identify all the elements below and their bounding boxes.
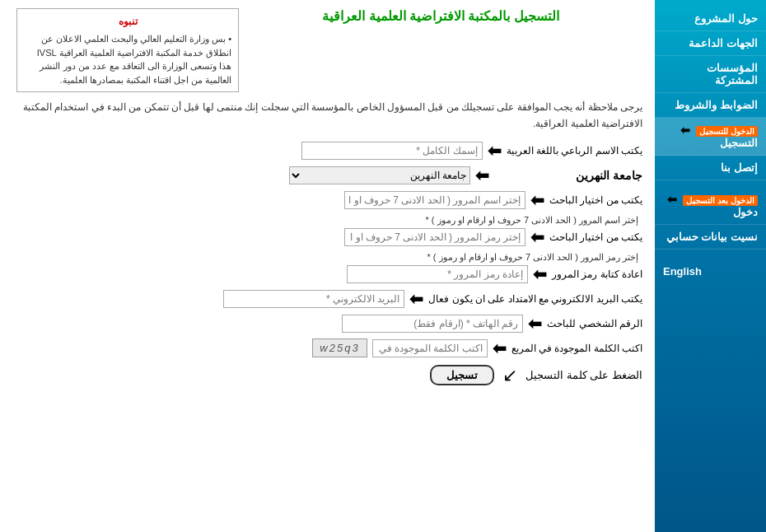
sidebar-label: التسجيل: [720, 137, 758, 149]
sidebar-label: الجهات الداعمة: [689, 37, 758, 49]
login-badge: الدخول بعد التسجيل: [683, 195, 758, 206]
notice-text: • بس وزارة التعليم العالي والبحث العلمي …: [24, 32, 231, 86]
confirm-password-row: اعادة كتابة رمز المرور ⬅: [8, 264, 642, 284]
full-name-input[interactable]: [301, 142, 483, 160]
phone-label: الرقم الشخصي للباحث: [547, 318, 642, 329]
sidebar: حول المشروع الجهات الداعمة المؤسسات المش…: [655, 0, 766, 532]
sidebar-item-register[interactable]: الدخول للتسجيل ⬅ التسجيل: [655, 118, 766, 156]
full-name-row: يكتب الاسم الرباعي باللغة العربية ⬅: [8, 141, 642, 161]
sidebar-label: الضوابط والشروط: [675, 99, 758, 111]
captcha-label: اكتب الكلمة الموجودة في المربع: [511, 343, 642, 354]
register-badge: الدخول للتسجيل: [696, 126, 758, 137]
confirm-password-input[interactable]: [347, 265, 528, 283]
sidebar-item-supporting-bodies[interactable]: الجهات الداعمة: [655, 31, 766, 56]
main-content: تنبوه • بس وزارة التعليم العالي والبحث ا…: [0, 0, 655, 532]
sidebar-item-login[interactable]: الدخول بعد التسجيل ⬅ دخول: [655, 187, 766, 225]
sidebar-item-partner-orgs[interactable]: المؤسسات المشتركة: [655, 56, 766, 93]
captcha-row: اكتب الكلمة الموجودة في المربع ⬅ w25q3: [8, 338, 642, 358]
sidebar-item-rules[interactable]: الضوابط والشروط: [655, 93, 766, 118]
confirm-password-arrow-icon: ⬅: [533, 264, 547, 284]
captcha-arrow-icon: ⬅: [493, 338, 507, 358]
password-input[interactable]: [344, 228, 525, 246]
username-input[interactable]: [344, 191, 525, 209]
captcha-image: w25q3: [312, 338, 367, 357]
email-input[interactable]: [223, 290, 404, 308]
institution-row: جامعة النهرين ⬅ -------- جامعة النهرين ج…: [8, 166, 642, 185]
sidebar-label: المؤسسات المشتركة: [707, 62, 758, 86]
password-arrow-icon: ⬅: [530, 227, 544, 247]
submit-circle-icon: ↙: [502, 365, 517, 386]
phone-arrow-icon: ⬅: [528, 314, 542, 334]
sidebar-item-english[interactable]: English: [655, 259, 766, 283]
institution-select[interactable]: -------- جامعة النهرين جامعة بغداد جامعة…: [289, 166, 470, 184]
institution-arrow-icon: ⬅: [475, 166, 489, 185]
full-name-label: يكتب الاسم الرباعي باللغة العربية: [507, 145, 642, 156]
username-field-label: إختر اسم المرور ( الحد الادنى 7 حروف او …: [8, 215, 642, 226]
english-label: English: [663, 265, 702, 278]
password-label: يكتب من اختيار الباحث: [549, 231, 642, 243]
institution-selected-label: جامعة النهرين: [494, 169, 642, 182]
username-arrow-icon: ⬅: [530, 190, 544, 210]
phone-row: الرقم الشخصي للباحث ⬅: [8, 314, 642, 334]
registration-form: يكتب الاسم الرباعي باللغة العربية ⬅ جامع…: [8, 141, 642, 386]
sidebar-item-contact[interactable]: إتصل بنا: [655, 156, 766, 180]
sidebar-label: نسيت بيانات حسابي: [666, 231, 758, 243]
password-row: يكتب من اختيار الباحث ⬅: [8, 227, 642, 247]
confirm-password-label: اعادة كتابة رمز المرور: [552, 268, 642, 280]
phone-input[interactable]: [342, 315, 523, 333]
submit-button[interactable]: تسجيل: [430, 365, 494, 385]
username-label: يكتب من اختيار الباحث: [549, 194, 642, 206]
username-row: يكتب من اختيار الباحث ⬅: [8, 190, 642, 210]
captcha-input[interactable]: [372, 339, 488, 357]
intro-text: يرجى ملاحظة أنه يجب الموافقة على تسجيلك …: [8, 99, 642, 133]
sidebar-label: إتصل بنا: [721, 161, 758, 174]
full-name-arrow-icon: ⬅: [488, 141, 502, 161]
email-label: يكتب البريد الالكتروني مع الامتداد على ا…: [428, 293, 642, 305]
arrow-left-icon2: ⬅: [667, 193, 677, 206]
email-arrow-icon: ⬅: [409, 289, 423, 309]
email-row: يكتب البريد الالكتروني مع الامتداد على ا…: [8, 289, 642, 309]
sidebar-item-about-project[interactable]: حول المشروع: [655, 7, 766, 31]
notice-title: تنبوه: [24, 14, 231, 29]
sidebar-label: حول المشروع: [694, 12, 758, 25]
sidebar-item-forgot[interactable]: نسيت بيانات حسابي: [655, 225, 766, 250]
arrow-left-icon: ⬅: [680, 124, 690, 137]
sidebar-label: دخول: [733, 206, 758, 218]
notice-box: تنبوه • بس وزارة التعليم العالي والبحث ا…: [16, 8, 239, 92]
submit-row: الضغط على كلمة التسجيل ↙ تسجيل: [8, 365, 642, 386]
password-field-label: إختر رمز المرور ( الحد الادنى 7 حروف او …: [8, 252, 642, 263]
submit-label: الضغط على كلمة التسجيل: [525, 369, 642, 381]
